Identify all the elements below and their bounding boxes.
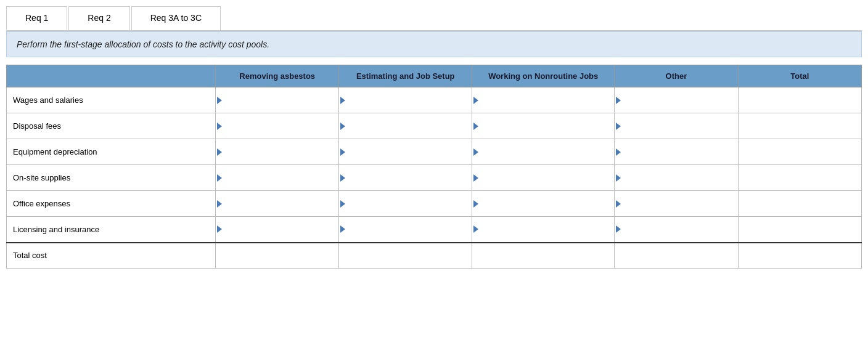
input-onsite-removing[interactable] xyxy=(222,170,332,185)
input-licensing-working[interactable] xyxy=(478,222,608,237)
row-label-onsite: On-site supplies xyxy=(7,165,216,191)
input-cell-wages-estimating[interactable] xyxy=(339,87,472,113)
arrow-icon xyxy=(217,225,222,233)
input-cell-licensing-other[interactable] xyxy=(615,217,738,243)
input-wages-working[interactable] xyxy=(478,92,608,108)
input-wages-other[interactable] xyxy=(621,92,731,108)
arrow-icon xyxy=(616,148,621,156)
input-cell-office-total[interactable] xyxy=(738,191,861,217)
table-row: Disposal fees xyxy=(7,113,862,139)
input-cell-licensing-estimating[interactable] xyxy=(339,217,472,243)
input-cell-office-estimating[interactable] xyxy=(339,191,472,217)
input-onsite-estimating[interactable] xyxy=(345,170,465,185)
input-onsite-total[interactable] xyxy=(745,170,855,185)
input-cell-onsite-working[interactable] xyxy=(472,165,615,191)
input-office-estimating[interactable] xyxy=(345,196,465,211)
table-row: Equipment depreciation xyxy=(7,139,862,165)
input-equipment-total[interactable] xyxy=(745,144,855,160)
arrow-icon xyxy=(217,123,222,130)
arrow-icon xyxy=(473,200,478,208)
input-disposal-total[interactable] xyxy=(745,118,855,134)
arrow-icon xyxy=(217,174,222,182)
header-working-nonroutine: Working on Nonroutine Jobs xyxy=(472,65,615,87)
input-disposal-estimating[interactable] xyxy=(345,118,465,134)
input-cell-disposal-total[interactable] xyxy=(738,113,861,139)
input-cell-total-estimating[interactable] xyxy=(339,243,472,269)
input-cell-wages-other[interactable] xyxy=(615,87,738,113)
input-cell-equipment-working[interactable] xyxy=(472,139,615,165)
input-disposal-removing[interactable] xyxy=(222,118,332,134)
input-office-total[interactable] xyxy=(745,196,855,211)
input-onsite-working[interactable] xyxy=(478,170,608,185)
arrow-icon xyxy=(340,200,345,208)
input-equipment-removing[interactable] xyxy=(222,144,332,160)
input-total-working[interactable] xyxy=(478,248,608,264)
header-label xyxy=(7,65,216,87)
arrow-icon xyxy=(616,174,621,182)
input-cell-disposal-working[interactable] xyxy=(472,113,615,139)
input-cell-wages-total[interactable] xyxy=(738,87,861,113)
input-cell-onsite-removing[interactable] xyxy=(216,165,339,191)
input-wages-total[interactable] xyxy=(745,92,855,108)
input-cell-disposal-removing[interactable] xyxy=(216,113,339,139)
input-cell-disposal-other[interactable] xyxy=(615,113,738,139)
row-label-equipment: Equipment depreciation xyxy=(7,139,216,165)
input-total-removing[interactable] xyxy=(222,248,332,264)
table-row-total: Total cost xyxy=(7,243,862,269)
input-cell-total-working[interactable] xyxy=(472,243,615,269)
arrow-icon xyxy=(473,174,478,182)
arrow-icon xyxy=(616,123,621,130)
input-disposal-working[interactable] xyxy=(478,118,608,134)
arrow-icon xyxy=(217,97,222,104)
input-office-other[interactable] xyxy=(621,196,731,211)
input-cell-wages-working[interactable] xyxy=(472,87,615,113)
input-licensing-estimating[interactable] xyxy=(345,222,465,237)
arrow-icon xyxy=(616,97,621,104)
input-disposal-other[interactable] xyxy=(621,118,731,134)
header-estimating-job-setup: Estimating and Job Setup xyxy=(339,65,472,87)
input-cell-licensing-removing[interactable] xyxy=(216,217,339,243)
input-equipment-other[interactable] xyxy=(621,144,731,160)
input-cell-total-removing[interactable] xyxy=(216,243,339,269)
input-equipment-estimating[interactable] xyxy=(345,144,465,160)
input-cell-licensing-working[interactable] xyxy=(472,217,615,243)
input-onsite-other[interactable] xyxy=(621,170,731,185)
input-cell-office-removing[interactable] xyxy=(216,191,339,217)
input-cell-onsite-estimating[interactable] xyxy=(339,165,472,191)
input-licensing-total[interactable] xyxy=(745,222,855,237)
input-cell-onsite-other[interactable] xyxy=(615,165,738,191)
input-cell-equipment-estimating[interactable] xyxy=(339,139,472,165)
input-cell-equipment-removing[interactable] xyxy=(216,139,339,165)
input-licensing-other[interactable] xyxy=(621,222,731,237)
input-total-other[interactable] xyxy=(621,248,731,264)
arrow-icon xyxy=(616,200,621,208)
tab-req3a3c[interactable]: Req 3A to 3C xyxy=(131,6,221,30)
header-removing-asbestos: Removing asbestos xyxy=(216,65,339,87)
input-cell-office-working[interactable] xyxy=(472,191,615,217)
table-row: Licensing and insurance xyxy=(7,217,862,243)
input-cell-disposal-estimating[interactable] xyxy=(339,113,472,139)
input-cell-onsite-total[interactable] xyxy=(738,165,861,191)
input-cell-total-total[interactable] xyxy=(738,243,861,269)
input-total-total[interactable] xyxy=(745,248,855,264)
input-wages-removing[interactable] xyxy=(222,92,332,108)
tab-req1[interactable]: Req 1 xyxy=(6,6,67,30)
input-licensing-removing[interactable] xyxy=(222,222,332,237)
input-office-removing[interactable] xyxy=(222,196,332,211)
arrow-icon xyxy=(616,225,621,233)
input-cell-licensing-total[interactable] xyxy=(738,217,861,243)
instruction-bar: Perform the first-stage allocation of co… xyxy=(6,31,862,57)
arrow-icon xyxy=(340,123,345,130)
input-cell-office-other[interactable] xyxy=(615,191,738,217)
input-cell-wages-removing[interactable] xyxy=(216,87,339,113)
input-cell-total-other[interactable] xyxy=(615,243,738,269)
input-total-estimating[interactable] xyxy=(345,248,465,264)
input-equipment-working[interactable] xyxy=(478,144,608,160)
input-office-working[interactable] xyxy=(478,196,608,211)
input-cell-equipment-total[interactable] xyxy=(738,139,861,165)
tab-req2[interactable]: Req 2 xyxy=(68,6,129,30)
arrow-icon xyxy=(340,148,345,156)
input-cell-equipment-other[interactable] xyxy=(615,139,738,165)
arrow-icon xyxy=(217,200,222,208)
input-wages-estimating[interactable] xyxy=(345,92,465,108)
